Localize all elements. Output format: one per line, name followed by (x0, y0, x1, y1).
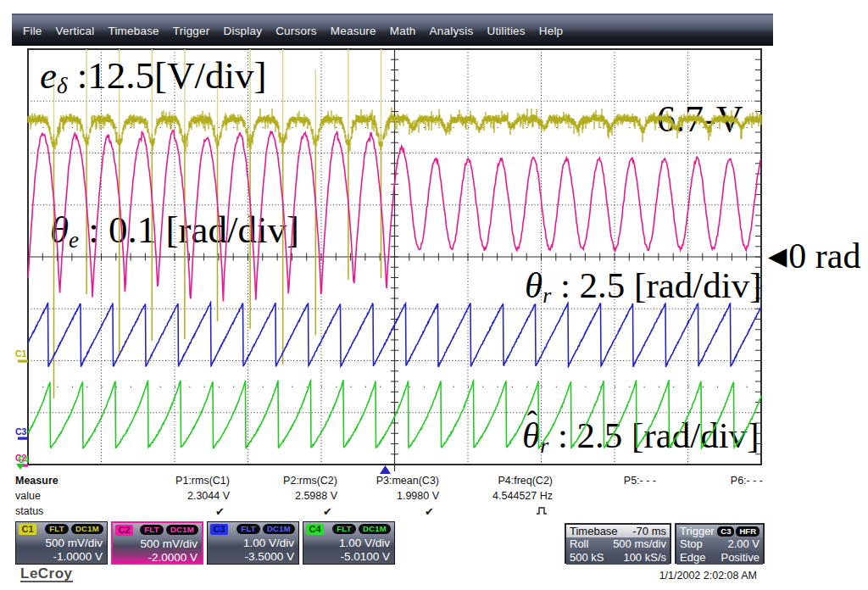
trace-c4 (28, 380, 761, 448)
channel-offset: -1.0000 V (53, 550, 103, 563)
scope-traces-layer (0, 0, 868, 590)
channel-box-c3[interactable]: C3FLTDC1M1.00 V/div-3.5000 V (207, 521, 299, 565)
annotation-zero-rad: ◀0 rad (768, 238, 860, 274)
trigger-row-edge: EdgePositive (676, 551, 763, 565)
badge-dc1m: DC1M (263, 524, 295, 534)
badge-flt: FLT (236, 524, 260, 534)
channel-tab-c2: C2 (115, 525, 133, 536)
trigger-row-mode: Stop2.00 V (676, 537, 763, 551)
channel-offset: -2.0000 V (147, 551, 198, 564)
channel-scale: 500 mV/div (45, 537, 103, 549)
trigger-box[interactable]: Trigger C3HFR Stop2.00 V EdgePositive (675, 523, 765, 564)
trace-c2 (28, 131, 761, 302)
lecroy-logo: LeCroy (20, 566, 73, 582)
trigger-source-badge: C3 (717, 526, 734, 537)
timebase-row-mode: Roll500 ms/div (566, 537, 670, 551)
badge-flt: FLT (45, 524, 69, 534)
badge-dc1m: DC1M (166, 525, 198, 535)
badge-flt: FLT (140, 525, 164, 535)
timebase-delay: -70 ms (632, 525, 666, 537)
channel-scale: 1.00 V/div (243, 537, 294, 549)
badge-flt: FLT (332, 524, 356, 534)
channel-scale: 1.00 V/div (339, 537, 390, 549)
left-arrow-icon: ◀ (768, 242, 788, 270)
channel-box-c1[interactable]: C1FLTDC1M500 mV/div-1.0000 V (15, 521, 108, 565)
trigger-header: Trigger C3HFR (676, 525, 763, 537)
timebase-row-sampling: 500 kS100 kS/s (566, 551, 670, 565)
timebase-box[interactable]: Timebase -70 ms Roll500 ms/div 500 kS100… (565, 523, 671, 564)
channel-offset: -3.5000 V (244, 550, 294, 563)
datetime-display: 1/1/2002 2:02:08 AM (550, 570, 757, 582)
channel-tab-c1: C1 (19, 524, 36, 535)
timebase-header: Timebase -70 ms (566, 525, 670, 537)
channel-box-c2[interactable]: C2FLTDC1M500 mV/div-2.0000 V (111, 521, 203, 565)
channel-offset: -5.0100 V (340, 550, 390, 563)
trace-c3 (28, 303, 761, 367)
channel-box-c4[interactable]: C4FLTDC1M1.00 V/div-5.0100 V (303, 521, 395, 565)
badge-dc1m: DC1M (71, 524, 103, 534)
channel-scale: 500 mV/div (140, 537, 198, 550)
channel-tab-c3: C3 (210, 524, 228, 535)
channel-tab-c4: C4 (306, 524, 324, 535)
trace-c1-spikes-lower (54, 134, 381, 398)
badge-dc1m: DC1M (359, 524, 391, 534)
trigger-coupling-badge: HFR (736, 526, 760, 537)
